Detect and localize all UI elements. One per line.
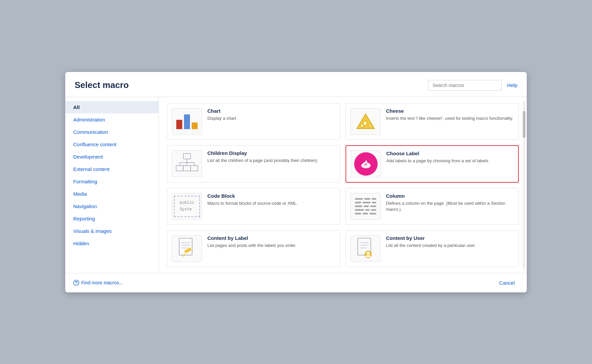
chart-bars-icon [175, 112, 199, 130]
macro-desc-content-by-label: List pages and posts with the labels you… [207, 243, 335, 249]
sidebar-item-communication[interactable]: Communication [65, 126, 159, 138]
macro-card-code-block[interactable]: publicSyste Code Block Macro to format b… [167, 188, 340, 225]
svg-point-28 [367, 252, 370, 254]
macro-info-content-by-label: Content by Label List pages and posts wi… [207, 235, 335, 249]
sidebar-item-all[interactable]: All [65, 101, 159, 113]
macro-info-content-by-user: Content by User List all the content cre… [386, 235, 514, 249]
macro-name-chart: Chart [207, 108, 335, 114]
macro-icon-code-block: publicSyste [172, 193, 202, 220]
sidebar-item-development[interactable]: Development [65, 151, 159, 163]
svg-point-3 [361, 124, 364, 127]
sidebar-item-media[interactable]: Media [65, 188, 159, 200]
svg-rect-11 [183, 165, 191, 171]
sidebar-item-visuals-images[interactable]: Visuals & images [65, 225, 159, 237]
macro-card-content-by-user[interactable]: Content by User List all the content cre… [346, 230, 519, 267]
column-icon [354, 197, 378, 216]
code-block-icon: publicSyste [174, 196, 200, 217]
help-link[interactable]: Help [507, 82, 517, 88]
sidebar-item-external-content[interactable]: External content [65, 163, 159, 175]
sidebar-item-navigation[interactable]: Navigation [65, 200, 159, 212]
macro-icon-column [351, 193, 381, 220]
macro-name-code-block: Code Block [207, 193, 335, 199]
scrollbar-thumb[interactable] [523, 111, 525, 138]
macros-grid: Chart Display a chart Cheese Inserts the… [167, 103, 519, 267]
svg-point-1 [363, 121, 367, 125]
macro-icon-cheese [351, 108, 381, 135]
search-input[interactable] [428, 80, 502, 91]
macro-name-content-by-label: Content by Label [207, 235, 335, 241]
main-content: Chart Display a chart Cheese Inserts the… [159, 97, 527, 273]
macro-select-dialog: Select macro Help AllAdministrationCommu… [65, 72, 527, 292]
macro-info-chart: Chart Display a chart [207, 108, 335, 122]
macro-icon-choose-label [351, 151, 381, 177]
scrollbar[interactable] [523, 101, 525, 269]
macro-icon-chart [172, 108, 202, 135]
cheese-icon [354, 110, 377, 132]
header-right: Help [428, 80, 517, 91]
macro-info-cheese: Cheese Inserts the text 'I like cheese!'… [386, 108, 514, 122]
macro-card-choose-label[interactable]: Choose Label Add labels to a page by cho… [346, 145, 519, 183]
macro-icon-content-by-label [172, 235, 202, 262]
macro-desc-content-by-user: List all the content created by a partic… [386, 243, 514, 249]
macro-name-cheese: Cheese [386, 108, 514, 114]
macro-card-column[interactable]: Column Defines a column on the page. (Mu… [346, 188, 519, 225]
sidebar-item-administration[interactable]: Administration [65, 113, 159, 126]
content-label-icon [176, 237, 198, 260]
sidebar-item-confluence-content[interactable]: Confluence content [65, 138, 159, 151]
sidebar-item-reporting[interactable]: Reporting [65, 212, 159, 225]
sidebar-item-formatting[interactable]: Formatting [65, 175, 159, 188]
macro-info-column: Column Defines a column on the page. (Mu… [386, 193, 514, 213]
find-more-link[interactable]: Find more macros... [73, 280, 123, 286]
macro-icon-content-by-user [351, 235, 381, 262]
macro-card-cheese[interactable]: Cheese Inserts the text 'I like cheese!'… [346, 103, 519, 140]
macro-card-chart[interactable]: Chart Display a chart [167, 103, 340, 140]
svg-rect-4 [183, 153, 191, 159]
dialog-header: Select macro Help [65, 72, 527, 97]
svg-point-2 [369, 124, 371, 127]
cancel-button[interactable]: Cancel [495, 278, 519, 288]
macro-name-content-by-user: Content by User [386, 235, 514, 241]
macro-info-code-block: Code Block Macro to format blocks of sou… [207, 193, 335, 207]
macro-desc-chart: Display a chart [207, 115, 335, 122]
children-display-icon [175, 152, 199, 175]
macro-info-choose-label: Choose Label Add labels to a page by cho… [386, 151, 513, 164]
choose-label-icon [354, 152, 378, 176]
macro-desc-children-display: List all the children of a page (and pos… [207, 158, 335, 164]
macro-desc-column: Defines a column on the page. (Must be u… [386, 200, 514, 213]
sidebar-item-hidden[interactable]: Hidden [65, 237, 159, 250]
macro-card-content-by-label[interactable]: Content by Label List pages and posts wi… [167, 230, 340, 267]
macro-desc-code-block: Macro to format blocks of source-code or… [207, 200, 335, 207]
macro-card-children-display[interactable]: Children Display List all the children o… [167, 145, 340, 183]
find-more-icon [73, 280, 79, 286]
dialog-footer: Find more macros... Cancel [65, 273, 527, 292]
sidebar: AllAdministrationCommunicationConfluence… [65, 97, 159, 273]
svg-point-30 [76, 284, 76, 284]
macro-name-children-display: Children Display [207, 150, 335, 156]
macro-info-children-display: Children Display List all the children o… [207, 150, 335, 164]
find-more-label: Find more macros... [81, 280, 123, 285]
macro-name-choose-label: Choose Label [386, 151, 513, 156]
svg-rect-12 [191, 165, 198, 171]
svg-point-14 [364, 160, 366, 162]
macro-desc-cheese: Inserts the text 'I like cheese!', used … [386, 115, 514, 122]
dialog-title: Select macro [75, 80, 129, 90]
content-user-icon [354, 237, 377, 260]
svg-rect-10 [176, 165, 184, 171]
macro-desc-choose-label: Add labels to a page by choosing from a … [386, 158, 513, 164]
macro-name-column: Column [386, 193, 514, 199]
dialog-body: AllAdministrationCommunicationConfluence… [65, 97, 527, 273]
macro-icon-children-display [172, 150, 202, 177]
